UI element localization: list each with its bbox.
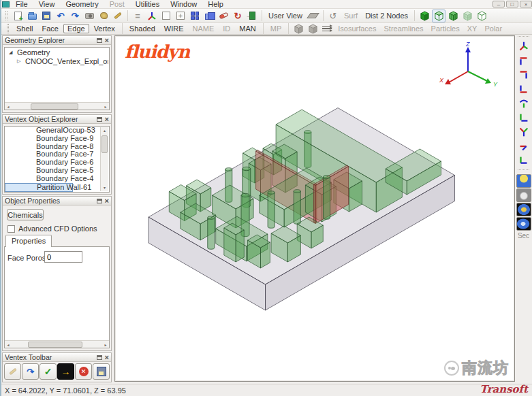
geometry-hscrollbar[interactable]: ◂▸ <box>5 102 109 110</box>
view-back-button[interactable] <box>516 68 531 82</box>
properties-hscrollbar[interactable]: ◂▸ <box>5 340 109 348</box>
view-front-button[interactable] <box>516 54 531 67</box>
minimize-button[interactable]: – <box>492 1 505 7</box>
list-item[interactable]: Boundary Face-5 <box>5 167 100 175</box>
dist-2-nodes-label[interactable]: Dist 2 Nodes <box>362 12 411 20</box>
ventex-redo-button[interactable]: ↷ <box>22 363 39 380</box>
render-section-button[interactable] <box>516 217 531 231</box>
open-button[interactable] <box>25 10 39 22</box>
toolbar-grip[interactable] <box>5 11 7 20</box>
object-properties-titlebar[interactable]: Object Properties × <box>3 197 111 205</box>
menu-file[interactable]: File <box>11 0 33 9</box>
tile-windows-button[interactable] <box>188 10 202 22</box>
surf-back-button[interactable]: ↺ <box>326 10 340 22</box>
outline-cube-icon <box>477 11 487 21</box>
list-item[interactable]: Boundary Face-4 <box>5 175 100 183</box>
menu-geometry[interactable]: Geometry <box>61 0 103 9</box>
list-item-selected[interactable]: Partition Wall-61 <box>5 183 73 192</box>
mesh-cube-button[interactable] <box>446 10 460 22</box>
close-icon[interactable]: × <box>105 197 109 204</box>
wireframe-cube-button[interactable] <box>432 10 445 22</box>
view-rotate-button[interactable] <box>516 97 531 110</box>
shaded-cube-button[interactable] <box>418 10 431 22</box>
user-view-label[interactable]: User View <box>265 12 306 20</box>
save-button[interactable] <box>40 10 53 22</box>
ventex-tool-button[interactable] <box>4 363 21 380</box>
pin-icon[interactable] <box>97 199 102 203</box>
render-cloud-button[interactable] <box>516 188 531 202</box>
close-icon[interactable]: × <box>105 37 109 44</box>
view-left-button[interactable] <box>516 82 531 96</box>
ventex-toolbar-titlebar[interactable]: Ventex Toolbar × <box>3 353 111 362</box>
redo-button[interactable]: ↷ <box>68 10 82 22</box>
new-file-icon <box>14 12 22 20</box>
object-explorer-titlebar[interactable]: Ventex Object Explorer × <box>3 115 111 124</box>
ventex-cancel-button[interactable]: ✕ <box>75 363 92 380</box>
ventex-save-button[interactable] <box>93 363 110 380</box>
triad-button[interactable] <box>145 10 159 22</box>
pin-icon[interactable] <box>97 117 102 122</box>
view-corner-button[interactable] <box>516 154 531 167</box>
menu-utilities[interactable]: Utilities <box>131 0 164 9</box>
toolbar-grip2[interactable] <box>7 24 9 33</box>
view-right-button[interactable] <box>516 111 531 125</box>
display-wire[interactable]: WIRE <box>160 24 188 33</box>
render-lighting-button[interactable] <box>516 174 531 188</box>
crosshair-box-icon <box>176 12 185 20</box>
advanced-cfd-checkbox[interactable] <box>7 225 15 233</box>
undo-button[interactable]: ↶ <box>54 10 67 22</box>
tree-node-model[interactable]: ▷ CNOOC_Ventex_Expl_only_final_280416_v <box>5 56 109 65</box>
sec-label: Sec <box>515 232 532 240</box>
list-item[interactable]: Boundary Face-9 <box>5 135 100 143</box>
collapsed-arrow-icon[interactable]: ▷ <box>17 59 22 64</box>
pin-icon[interactable] <box>97 38 102 43</box>
display-shaded[interactable]: Shaded <box>125 24 159 33</box>
close-button[interactable]: × <box>520 1 532 7</box>
close-icon[interactable]: × <box>105 354 109 361</box>
expanded-arrow-icon[interactable]: ◢ <box>9 50 14 55</box>
menu-help[interactable]: Help <box>203 0 228 9</box>
menu-view[interactable]: View <box>34 0 60 9</box>
settings-button[interactable] <box>111 10 125 22</box>
menu-window[interactable]: Window <box>166 0 202 9</box>
geometry-explorer-titlebar[interactable]: Geometry Explorer × <box>3 36 111 45</box>
view-iso-button[interactable] <box>516 39 531 53</box>
snapshot-button[interactable] <box>82 10 96 22</box>
new-file-button[interactable] <box>11 10 25 22</box>
close-icon[interactable]: × <box>105 116 109 122</box>
view-right-icon <box>518 112 530 124</box>
restore-button[interactable]: □ <box>506 1 518 7</box>
erase-button[interactable] <box>217 10 230 22</box>
exit-button[interactable] <box>245 10 259 22</box>
tree-node-geometry[interactable]: ◢ Geometry <box>5 48 109 56</box>
chemicals-button[interactable]: Chemicals <box>7 209 44 220</box>
ventex-accept-button[interactable]: ✓ <box>40 363 57 380</box>
outline-cube-button[interactable] <box>475 10 488 22</box>
render-glow-button[interactable] <box>516 203 531 216</box>
tab-properties[interactable]: Properties <box>5 235 52 247</box>
object-list-vscrollbar[interactable]: ▴ ▾ <box>100 127 108 191</box>
3d-viewport[interactable]: fluidyn Z X Y 南流坊 <box>114 35 515 382</box>
face-porosity-input[interactable] <box>44 251 82 263</box>
ventex-run-button[interactable]: → <box>57 363 74 380</box>
material-button[interactable] <box>97 10 110 22</box>
pin-icon[interactable] <box>97 355 102 360</box>
rotate-view-button[interactable]: ↻ <box>231 10 245 22</box>
zoom-extents-button[interactable] <box>174 10 187 22</box>
grid-cube-icon <box>463 11 473 21</box>
grid-cube-button[interactable] <box>460 10 474 22</box>
axis-triad-icon <box>147 11 157 20</box>
mode-shell[interactable]: Shell <box>12 24 37 33</box>
mode-vertex[interactable]: Vertex <box>90 24 119 33</box>
select-box-button[interactable] <box>159 10 173 22</box>
list-button[interactable]: ≡ <box>131 10 144 22</box>
streamlines-button <box>320 22 334 35</box>
wireframe-cube-icon <box>434 11 444 21</box>
plane-view-button[interactable] <box>307 10 320 22</box>
display-man[interactable]: MAN <box>235 24 260 33</box>
view-bottom-button[interactable] <box>516 139 531 153</box>
view-top-button[interactable] <box>516 125 531 139</box>
mode-edge[interactable]: Edge <box>63 24 89 33</box>
mode-face[interactable]: Face <box>37 24 62 33</box>
cascade-windows-button[interactable] <box>202 10 216 22</box>
